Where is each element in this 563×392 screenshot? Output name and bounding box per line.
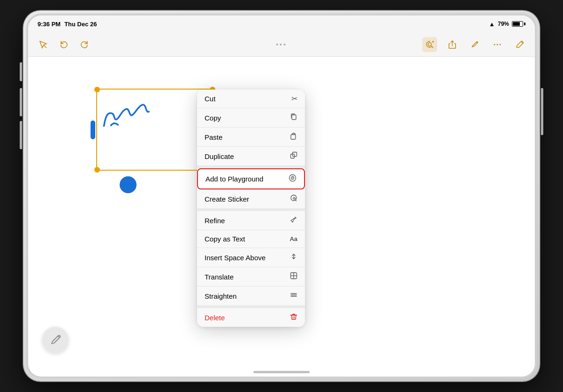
arrow-tool-button[interactable] xyxy=(36,37,51,52)
wifi-icon: ▲ xyxy=(489,21,495,28)
power-button[interactable] xyxy=(20,62,22,81)
status-bar-right: ▲ 79% xyxy=(489,21,525,28)
menu-group-3: Refine Copy as Text Aa xyxy=(197,211,305,305)
menu-item-copy-label: Copy xyxy=(205,114,221,122)
share-button[interactable] xyxy=(445,37,460,52)
compose-button[interactable] xyxy=(512,37,527,52)
svg-rect-5 xyxy=(291,135,296,139)
menu-item-paste-label: Paste xyxy=(205,133,222,141)
selection-side-handle[interactable] xyxy=(91,121,95,139)
status-bar-left: 9:36 PM Thu Dec 26 xyxy=(38,21,97,28)
paste-icon xyxy=(290,132,297,142)
toolbar-left xyxy=(36,37,92,52)
battery-indicator xyxy=(512,21,525,27)
menu-item-add-playground[interactable]: Add to Playground xyxy=(197,168,305,189)
status-bar: 9:36 PM Thu Dec 26 ▲ 79% xyxy=(28,15,535,32)
battery-fill xyxy=(513,22,520,26)
menu-group-4: Delete xyxy=(197,308,305,327)
ipad-device: 9:36 PM Thu Dec 26 ▲ 79% xyxy=(23,11,540,381)
svg-rect-4 xyxy=(292,115,296,120)
svg-point-0 xyxy=(428,43,432,46)
svg-point-3 xyxy=(500,44,501,45)
battery-percent: 79% xyxy=(498,21,509,27)
battery-body xyxy=(512,21,523,27)
menu-item-copy-as-text[interactable]: Copy as Text Aa xyxy=(197,230,305,248)
insert-space-icon xyxy=(290,253,297,262)
menu-item-translate-label: Translate xyxy=(205,273,234,281)
ipad-inner-bezel: 9:36 PM Thu Dec 26 ▲ 79% xyxy=(26,14,537,378)
menu-item-create-sticker-label: Create Sticker xyxy=(205,195,249,203)
battery-tip xyxy=(524,23,525,25)
straighten-icon xyxy=(290,291,297,301)
menu-item-create-sticker[interactable]: Create Sticker xyxy=(197,189,305,208)
handle-top-left[interactable] xyxy=(94,87,100,92)
delete-icon xyxy=(290,313,297,322)
markup-button[interactable] xyxy=(467,37,482,52)
center-dots: ••• xyxy=(276,41,287,48)
volume-down-button[interactable] xyxy=(20,121,22,149)
menu-item-cut[interactable]: Cut ✂ xyxy=(197,90,305,108)
menu-item-delete[interactable]: Delete xyxy=(197,308,305,327)
redo-button[interactable] xyxy=(77,37,92,52)
copy-as-text-icon: Aa xyxy=(289,235,297,242)
refine-icon xyxy=(290,216,297,225)
menu-item-duplicate[interactable]: Duplicate xyxy=(197,147,305,166)
playground-icon xyxy=(289,174,297,184)
menu-item-add-playground-label: Add to Playground xyxy=(205,175,263,183)
menu-group-1: Cut ✂ Copy xyxy=(197,90,305,166)
cut-icon: ✂ xyxy=(291,94,297,103)
menu-group-2: Add to Playground Create Sticker xyxy=(197,168,305,208)
toolbar-right xyxy=(422,37,527,52)
lasso-tool-button[interactable] xyxy=(422,37,437,52)
menu-item-insert-space-label: Insert Space Above xyxy=(205,254,266,262)
duplicate-icon xyxy=(290,151,297,161)
menu-item-copy-as-text-label: Copy as Text xyxy=(205,235,245,243)
menu-item-insert-space[interactable]: Insert Space Above xyxy=(197,248,305,267)
translate-icon xyxy=(290,272,297,281)
menu-item-refine[interactable]: Refine xyxy=(197,211,305,230)
blue-circle xyxy=(120,176,137,193)
top-button[interactable] xyxy=(541,88,543,135)
handle-bottom-left[interactable] xyxy=(94,167,100,173)
volume-up-button[interactable] xyxy=(20,88,22,116)
ipad-screen: 9:36 PM Thu Dec 26 ▲ 79% xyxy=(28,15,535,377)
svg-point-10 xyxy=(292,178,293,179)
menu-item-straighten[interactable]: Straighten xyxy=(197,286,305,305)
menu-item-copy[interactable]: Copy xyxy=(197,108,305,128)
menu-item-duplicate-label: Duplicate xyxy=(205,152,234,160)
menu-item-straighten-label: Straighten xyxy=(205,292,236,300)
home-indicator xyxy=(28,367,535,377)
svg-point-1 xyxy=(494,44,495,45)
time: 9:36 PM xyxy=(38,21,61,28)
copy-icon xyxy=(290,113,297,122)
menu-item-cut-label: Cut xyxy=(205,95,215,103)
menu-item-delete-label: Delete xyxy=(205,314,225,322)
date: Thu Dec 26 xyxy=(64,21,97,28)
menu-item-refine-label: Refine xyxy=(205,217,225,225)
menu-item-translate[interactable]: Translate xyxy=(197,267,305,286)
more-button[interactable] xyxy=(490,37,505,52)
canvas-area[interactable]: Cut ✂ Copy xyxy=(28,57,535,367)
toolbar-center: ••• xyxy=(276,41,287,48)
menu-item-paste[interactable]: Paste xyxy=(197,128,305,147)
undo-button[interactable] xyxy=(56,37,71,52)
context-menu: Cut ✂ Copy xyxy=(197,90,305,327)
handwriting-content xyxy=(97,90,194,141)
home-bar xyxy=(253,371,310,373)
sticker-icon xyxy=(290,194,297,204)
app-toolbar: ••• xyxy=(28,32,535,57)
svg-point-2 xyxy=(497,44,498,45)
pencil-tool-circle[interactable] xyxy=(42,327,68,353)
